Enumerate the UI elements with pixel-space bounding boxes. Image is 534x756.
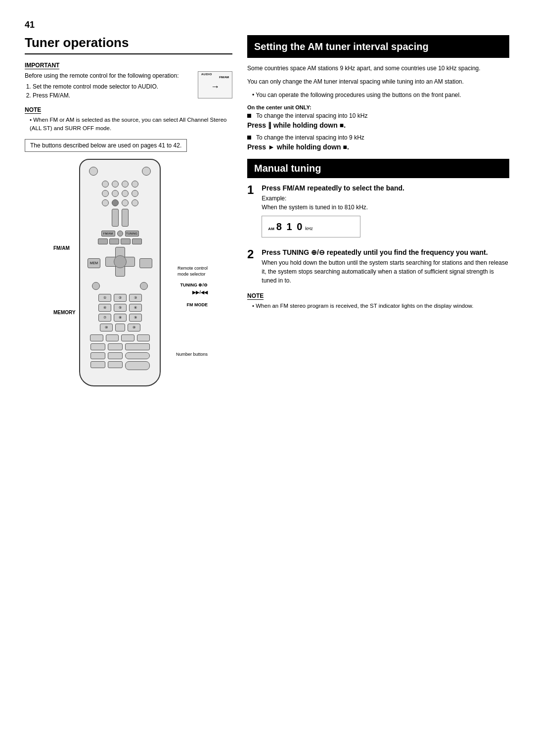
to-9khz-text: To change the interval spacing into 9 kH… <box>256 134 364 141</box>
step-1: 1 Press FM/AM repeatedly to select the b… <box>247 184 509 241</box>
remote-diagram: FM/AM MEMORY Remote control mode selecto… <box>49 159 208 386</box>
am-label: AM <box>268 226 274 232</box>
fmam-label: FM/AM <box>53 245 70 251</box>
am-tuner-para1: Some countries space AM stations 9 kHz a… <box>247 64 509 73</box>
am-tuner-title: Setting the AM tuner interval spacing <box>247 35 509 58</box>
to-10khz-container: To change the interval spacing into 10 k… <box>247 112 509 129</box>
frequency-display: AM 8 1 0 kHz <box>262 216 360 237</box>
step2-body: When you hold down the button until the … <box>262 258 509 285</box>
step1-number: 1 <box>247 184 254 241</box>
to-9khz-container: To change the interval spacing into 9 kH… <box>247 134 509 151</box>
important-text: Before using the remote control for the … <box>25 71 193 100</box>
to-10khz-text: To change the interval spacing into 10 k… <box>256 112 367 119</box>
important-box: Important Before using the remote contro… <box>25 61 232 100</box>
note-box-left: Note When FM or AM is selected as the so… <box>25 106 232 133</box>
example-text: When the system is tuned in to 810 kHz. <box>262 204 368 211</box>
page-number: 41 <box>25 20 509 30</box>
press-10-instruction: Press ‖ while holding down ■. <box>247 121 509 129</box>
manual-tuning-title: Manual tuning <box>247 159 509 178</box>
step1-title: Press FM/AM repeatedly to select the ban… <box>262 184 404 192</box>
am-tuner-para2: You can only change the AM tuner interva… <box>247 77 509 87</box>
step2-title: Press TUNING ⊕/⊖ repeatedly until you fi… <box>262 248 509 256</box>
memory-label: MEMORY <box>53 310 76 315</box>
step-2: 2 Press TUNING ⊕/⊖ repeatedly until you … <box>247 248 509 285</box>
fm-mode-label: FM MODE <box>187 302 208 307</box>
frequency-unit: kHz <box>305 226 313 233</box>
bullet-10khz <box>247 114 251 118</box>
skip-label: ▶▶/◀◀ <box>192 290 208 295</box>
buttons-note: The buttons described below are used on … <box>25 139 187 152</box>
am-tuner-bullet: You can operate the following procedures… <box>247 91 509 100</box>
note-label-left: Note <box>25 106 41 114</box>
right-column: Setting the AM tuner interval spacing So… <box>247 35 509 386</box>
important-label: Important <box>25 62 59 69</box>
note-label-right: Note <box>247 292 264 300</box>
remote-control-label: Remote control mode selector <box>178 265 208 278</box>
note-text-right: When an FM stereo program is received, t… <box>247 302 509 310</box>
center-unit-label: On the center unit ONLY: <box>247 104 509 110</box>
note-text-left: When FM or AM is selected as the source,… <box>25 116 232 133</box>
frequency-value: 8 1 0 <box>276 219 303 234</box>
left-column: Tuner operations Important Before using … <box>25 35 232 386</box>
number-buttons-label: Number buttons <box>176 352 208 357</box>
note-box-right: Note When an FM stereo program is receiv… <box>247 292 509 310</box>
remote-body: FM/AM TUNING MEM <box>79 159 161 386</box>
example-label: Example: <box>262 195 286 202</box>
step2-number: 2 <box>247 248 254 285</box>
press-9-instruction: Press ► while holding down ■. <box>247 143 509 151</box>
tuning-label: TUNING ⊕/⊖ <box>180 283 208 287</box>
remote-small-diagram: AUDIO FM/AM → <box>198 71 232 98</box>
bullet-9khz <box>247 136 251 140</box>
main-section-title: Tuner operations <box>25 35 232 54</box>
